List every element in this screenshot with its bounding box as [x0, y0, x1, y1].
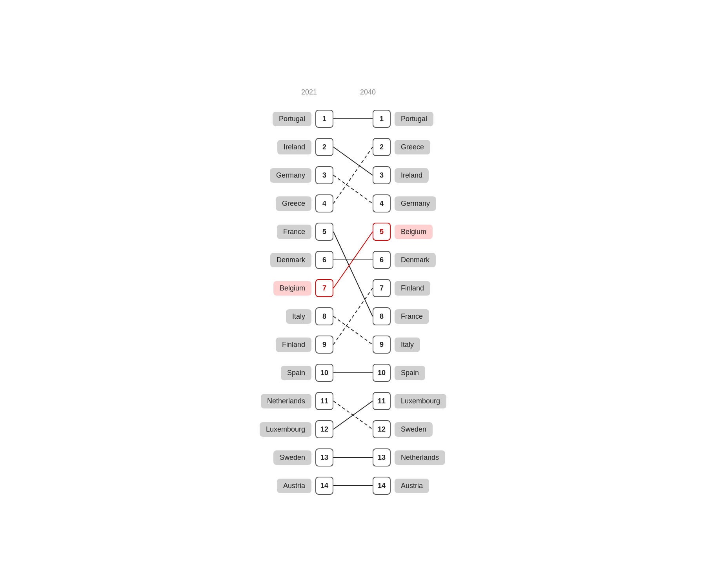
right-country-13: Netherlands — [395, 450, 457, 465]
left-country-11: Netherlands — [249, 394, 311, 408]
left-country-label: France — [277, 225, 311, 239]
left-country-label: Germany — [270, 168, 311, 183]
right-country-label: Italy — [395, 338, 420, 352]
rank-row: Ireland22Greece — [224, 133, 482, 161]
year-2040-label: 2040 — [360, 88, 376, 96]
right-country-8: France — [395, 309, 457, 324]
left-country-12: Luxembourg — [249, 422, 311, 437]
right-rank-box-14: 14 — [373, 477, 391, 495]
right-rank-box-13: 13 — [373, 448, 391, 466]
right-country-12: Sweden — [395, 422, 457, 437]
chart-container: 2021 2040 Portugal11PortugalIreland22Gre… — [216, 73, 490, 515]
right-rank-box-9: 9 — [373, 336, 391, 354]
left-country-5: France — [249, 225, 311, 239]
right-rank-box-5: 5 — [373, 223, 391, 241]
rank-row: Luxembourg1212Sweden — [224, 415, 482, 443]
right-country-label: Netherlands — [395, 450, 445, 465]
rank-row: Greece44Germany — [224, 189, 482, 218]
left-rank-box-5: 5 — [315, 223, 333, 241]
left-country-label: Austria — [277, 479, 311, 493]
right-country-label: France — [395, 309, 429, 324]
right-country-3: Ireland — [395, 168, 457, 183]
right-country-label: Spain — [395, 366, 425, 380]
right-rank-box-11: 11 — [373, 392, 391, 410]
year-2021-label: 2021 — [301, 88, 317, 96]
left-rank-box-2: 2 — [315, 138, 333, 156]
right-country-1: Portugal — [395, 112, 457, 126]
rank-row: Belgium77Finland — [224, 274, 482, 302]
right-country-label: Sweden — [395, 422, 433, 437]
left-country-7: Belgium — [249, 281, 311, 296]
year-labels: 2021 2040 — [224, 88, 482, 98]
left-country-14: Austria — [249, 479, 311, 493]
right-country-label: Portugal — [395, 112, 433, 126]
right-country-label: Luxembourg — [395, 394, 446, 408]
right-rank-box-3: 3 — [373, 166, 391, 184]
left-country-label: Sweden — [273, 450, 311, 465]
right-country-2: Greece — [395, 140, 457, 154]
left-country-label: Ireland — [277, 140, 311, 154]
left-country-label: Portugal — [273, 112, 311, 126]
right-rank-box-12: 12 — [373, 420, 391, 438]
rank-row: Sweden1313Netherlands — [224, 443, 482, 472]
left-rank-box-12: 12 — [315, 420, 333, 438]
left-country-2: Ireland — [249, 140, 311, 154]
left-country-4: Greece — [249, 196, 311, 211]
rank-row: Austria1414Austria — [224, 472, 482, 500]
left-country-13: Sweden — [249, 450, 311, 465]
right-country-label: Germany — [395, 196, 436, 211]
left-country-6: Denmark — [249, 253, 311, 267]
left-rank-box-8: 8 — [315, 307, 333, 325]
right-country-7: Finland — [395, 281, 457, 296]
right-country-4: Germany — [395, 196, 457, 211]
rank-row: Germany33Ireland — [224, 161, 482, 189]
left-rank-box-1: 1 — [315, 110, 333, 128]
right-rank-box-7: 7 — [373, 279, 391, 297]
left-country-label: Luxembourg — [260, 422, 311, 437]
right-country-label: Belgium — [395, 225, 433, 239]
left-rank-box-13: 13 — [315, 448, 333, 466]
left-country-3: Germany — [249, 168, 311, 183]
rank-row: France55Belgium — [224, 218, 482, 246]
right-rank-box-6: 6 — [373, 251, 391, 269]
left-country-label: Finland — [276, 338, 311, 352]
left-country-label: Greece — [276, 196, 311, 211]
right-rank-box-2: 2 — [373, 138, 391, 156]
right-country-9: Italy — [395, 338, 457, 352]
right-rank-box-10: 10 — [373, 364, 391, 382]
rank-row: Portugal11Portugal — [224, 105, 482, 133]
left-country-1: Portugal — [249, 112, 311, 126]
rank-row: Italy88France — [224, 302, 482, 330]
right-country-10: Spain — [395, 366, 457, 380]
left-rank-box-9: 9 — [315, 336, 333, 354]
right-country-6: Denmark — [395, 253, 457, 267]
right-country-label: Finland — [395, 281, 430, 296]
left-country-label: Italy — [286, 309, 311, 324]
left-country-9: Finland — [249, 338, 311, 352]
left-rank-box-4: 4 — [315, 194, 333, 212]
right-country-5: Belgium — [395, 225, 457, 239]
left-country-label: Belgium — [273, 281, 311, 296]
left-country-label: Denmark — [270, 253, 311, 267]
rows-container: Portugal11PortugalIreland22GreeceGermany… — [224, 105, 482, 500]
left-rank-box-10: 10 — [315, 364, 333, 382]
rank-row: Netherlands1111Luxembourg — [224, 387, 482, 415]
left-rank-box-6: 6 — [315, 251, 333, 269]
right-rank-box-4: 4 — [373, 194, 391, 212]
rank-row: Spain1010Spain — [224, 359, 482, 387]
right-country-label: Austria — [395, 479, 429, 493]
left-rank-box-14: 14 — [315, 477, 333, 495]
left-rank-box-7: 7 — [315, 279, 333, 297]
left-rank-box-3: 3 — [315, 166, 333, 184]
left-country-label: Netherlands — [261, 394, 311, 408]
right-country-14: Austria — [395, 479, 457, 493]
right-country-label: Greece — [395, 140, 430, 154]
left-country-label: Spain — [281, 366, 311, 380]
right-rank-box-1: 1 — [373, 110, 391, 128]
right-country-label: Ireland — [395, 168, 429, 183]
rank-row: Denmark66Denmark — [224, 246, 482, 274]
left-rank-box-11: 11 — [315, 392, 333, 410]
right-country-11: Luxembourg — [395, 394, 457, 408]
rank-row: Finland99Italy — [224, 330, 482, 359]
rows-wrapper: Portugal11PortugalIreland22GreeceGermany… — [224, 105, 482, 500]
